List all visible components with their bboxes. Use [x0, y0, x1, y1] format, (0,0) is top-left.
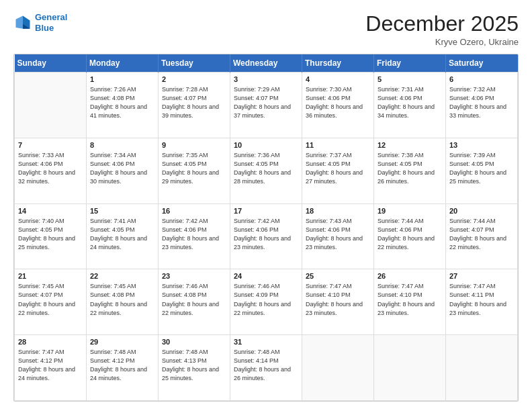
table-row: 6Sunrise: 7:32 AM Sunset: 4:06 PM Daylig…: [446, 73, 518, 138]
table-row: 18Sunrise: 7:43 AM Sunset: 4:06 PM Dayli…: [302, 203, 374, 269]
day-number: 1: [90, 75, 154, 83]
table-row: 13Sunrise: 7:39 AM Sunset: 4:05 PM Dayli…: [446, 138, 518, 203]
logo-text: General Blue: [35, 12, 67, 33]
calendar-week-2: 14Sunrise: 7:40 AM Sunset: 4:05 PM Dayli…: [15, 203, 518, 269]
calendar-week-3: 21Sunrise: 7:45 AM Sunset: 4:07 PM Dayli…: [15, 269, 518, 335]
day-number: 3: [234, 75, 298, 83]
day-number: 26: [378, 272, 442, 280]
day-info: Sunrise: 7:34 AM Sunset: 4:06 PM Dayligh…: [90, 151, 154, 186]
day-number: 31: [234, 338, 298, 346]
table-row: [446, 335, 518, 401]
calendar-body: 1Sunrise: 7:26 AM Sunset: 4:08 PM Daylig…: [15, 73, 518, 401]
table-row: 31Sunrise: 7:48 AM Sunset: 4:14 PM Dayli…: [230, 335, 302, 401]
header-thursday: Thursday: [302, 54, 374, 73]
day-info: Sunrise: 7:42 AM Sunset: 4:06 PM Dayligh…: [162, 217, 226, 252]
day-number: 16: [162, 207, 226, 215]
header-friday: Friday: [374, 54, 446, 73]
day-info: Sunrise: 7:48 AM Sunset: 4:12 PM Dayligh…: [90, 348, 154, 383]
day-info: Sunrise: 7:48 AM Sunset: 4:13 PM Dayligh…: [162, 348, 226, 383]
day-info: Sunrise: 7:45 AM Sunset: 4:08 PM Dayligh…: [90, 282, 154, 317]
day-info: Sunrise: 7:46 AM Sunset: 4:08 PM Dayligh…: [162, 282, 226, 317]
day-info: Sunrise: 7:30 AM Sunset: 4:06 PM Dayligh…: [306, 85, 370, 120]
header-tuesday: Tuesday: [159, 54, 230, 73]
logo-line1: General: [35, 12, 67, 22]
header-monday: Monday: [87, 54, 159, 73]
table-row: 11Sunrise: 7:37 AM Sunset: 4:05 PM Dayli…: [302, 138, 374, 203]
day-info: Sunrise: 7:46 AM Sunset: 4:09 PM Dayligh…: [234, 282, 298, 317]
day-info: Sunrise: 7:47 AM Sunset: 4:10 PM Dayligh…: [306, 282, 370, 317]
day-number: 5: [378, 75, 442, 83]
day-number: 22: [90, 272, 154, 280]
logo-line2: Blue: [35, 23, 54, 33]
day-number: 27: [449, 272, 514, 280]
day-info: Sunrise: 7:37 AM Sunset: 4:05 PM Dayligh…: [306, 151, 370, 186]
day-number: 18: [306, 207, 370, 215]
day-info: Sunrise: 7:32 AM Sunset: 4:06 PM Dayligh…: [449, 85, 514, 120]
day-info: Sunrise: 7:41 AM Sunset: 4:05 PM Dayligh…: [90, 217, 154, 252]
day-number: 13: [449, 141, 514, 149]
day-number: 17: [234, 207, 298, 215]
table-row: 17Sunrise: 7:42 AM Sunset: 4:06 PM Dayli…: [230, 203, 302, 269]
calendar-week-0: 1Sunrise: 7:26 AM Sunset: 4:08 PM Daylig…: [15, 73, 518, 138]
day-info: Sunrise: 7:44 AM Sunset: 4:06 PM Dayligh…: [378, 217, 442, 252]
table-row: 23Sunrise: 7:46 AM Sunset: 4:08 PM Dayli…: [159, 269, 230, 335]
table-row: 10Sunrise: 7:36 AM Sunset: 4:05 PM Dayli…: [230, 138, 302, 203]
day-number: 8: [90, 141, 154, 149]
table-row: 7Sunrise: 7:33 AM Sunset: 4:06 PM Daylig…: [15, 138, 87, 203]
day-number: 30: [162, 338, 226, 346]
table-row: 14Sunrise: 7:40 AM Sunset: 4:05 PM Dayli…: [15, 203, 87, 269]
day-info: Sunrise: 7:47 AM Sunset: 4:12 PM Dayligh…: [18, 348, 83, 383]
table-row: 26Sunrise: 7:47 AM Sunset: 4:10 PM Dayli…: [374, 269, 446, 335]
day-number: 25: [306, 272, 370, 280]
day-number: 10: [234, 141, 298, 149]
table-row: 2Sunrise: 7:28 AM Sunset: 4:07 PM Daylig…: [159, 73, 230, 138]
table-row: 28Sunrise: 7:47 AM Sunset: 4:12 PM Dayli…: [15, 335, 87, 401]
day-number: 29: [90, 338, 154, 346]
month-title: December 2025: [365, 12, 519, 36]
day-number: 24: [234, 272, 298, 280]
table-row: [302, 335, 374, 401]
calendar-header-row: Sunday Monday Tuesday Wednesday Thursday…: [15, 54, 518, 73]
table-row: [15, 73, 87, 138]
day-info: Sunrise: 7:47 AM Sunset: 4:11 PM Dayligh…: [449, 282, 514, 317]
title-area: December 2025 Kryve Ozero, Ukraine: [365, 12, 519, 47]
table-row: 8Sunrise: 7:34 AM Sunset: 4:06 PM Daylig…: [87, 138, 159, 203]
header-sunday: Sunday: [15, 54, 87, 73]
table-row: 19Sunrise: 7:44 AM Sunset: 4:06 PM Dayli…: [374, 203, 446, 269]
day-info: Sunrise: 7:29 AM Sunset: 4:07 PM Dayligh…: [234, 85, 298, 120]
day-info: Sunrise: 7:26 AM Sunset: 4:08 PM Dayligh…: [90, 85, 154, 120]
day-number: 28: [18, 338, 83, 346]
day-number: 12: [378, 141, 442, 149]
logo-icon: [13, 13, 32, 32]
table-row: 15Sunrise: 7:41 AM Sunset: 4:05 PM Dayli…: [87, 203, 159, 269]
day-number: 9: [162, 141, 226, 149]
table-row: 29Sunrise: 7:48 AM Sunset: 4:12 PM Dayli…: [87, 335, 159, 401]
day-info: Sunrise: 7:47 AM Sunset: 4:10 PM Dayligh…: [378, 282, 442, 317]
day-number: 2: [162, 75, 226, 83]
day-number: 23: [162, 272, 226, 280]
table-row: 3Sunrise: 7:29 AM Sunset: 4:07 PM Daylig…: [230, 73, 302, 138]
table-row: 20Sunrise: 7:44 AM Sunset: 4:07 PM Dayli…: [446, 203, 518, 269]
day-number: 14: [18, 207, 83, 215]
day-info: Sunrise: 7:45 AM Sunset: 4:07 PM Dayligh…: [18, 282, 83, 317]
day-number: 19: [378, 207, 442, 215]
header: General Blue December 2025 Kryve Ozero, …: [13, 12, 519, 47]
day-number: 7: [18, 141, 83, 149]
day-number: 6: [449, 75, 514, 83]
table-row: [374, 335, 446, 401]
day-info: Sunrise: 7:33 AM Sunset: 4:06 PM Dayligh…: [18, 151, 83, 186]
day-number: 21: [18, 272, 83, 280]
day-info: Sunrise: 7:31 AM Sunset: 4:06 PM Dayligh…: [378, 85, 442, 120]
calendar-week-4: 28Sunrise: 7:47 AM Sunset: 4:12 PM Dayli…: [15, 335, 518, 401]
table-row: 16Sunrise: 7:42 AM Sunset: 4:06 PM Dayli…: [159, 203, 230, 269]
logo: General Blue: [13, 12, 67, 33]
day-number: 11: [306, 141, 370, 149]
day-info: Sunrise: 7:48 AM Sunset: 4:14 PM Dayligh…: [234, 348, 298, 383]
page: General Blue December 2025 Kryve Ozero, …: [0, 0, 532, 411]
table-row: 22Sunrise: 7:45 AM Sunset: 4:08 PM Dayli…: [87, 269, 159, 335]
table-row: 1Sunrise: 7:26 AM Sunset: 4:08 PM Daylig…: [87, 73, 159, 138]
table-row: 30Sunrise: 7:48 AM Sunset: 4:13 PM Dayli…: [159, 335, 230, 401]
table-row: 25Sunrise: 7:47 AM Sunset: 4:10 PM Dayli…: [302, 269, 374, 335]
day-info: Sunrise: 7:44 AM Sunset: 4:07 PM Dayligh…: [449, 217, 514, 252]
table-row: 21Sunrise: 7:45 AM Sunset: 4:07 PM Dayli…: [15, 269, 87, 335]
